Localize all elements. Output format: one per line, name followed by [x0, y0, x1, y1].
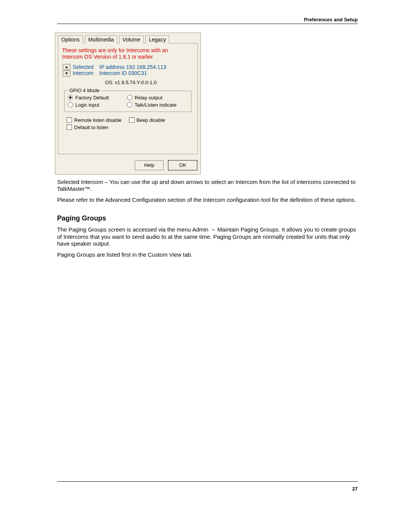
selected-intercom-row: ▲ ▼ Selected Intercom IP address 192.168…	[62, 64, 194, 77]
radio-label: Factory Default	[75, 95, 109, 101]
warning-line-1: These settings are only for Intercoms wi…	[62, 47, 194, 54]
dialog-button-bar: Help OK	[56, 157, 200, 174]
tab-multimedia[interactable]: Multimedia	[85, 35, 118, 43]
paragraph-advanced-config: Please refer to the Advanced Configurati…	[57, 197, 358, 204]
paragraph-paging-groups-1: The Paging Groups screen is accessed via…	[57, 226, 358, 248]
selected-column: Selected Intercom	[73, 64, 99, 77]
heading-paging-groups: Paging Groups	[57, 214, 358, 222]
warning-line-2: Intercom OS Version of 1.8.1 or earlier	[62, 54, 194, 60]
intercom-details: IP address 192.168.254.113 Intercom ID 0…	[99, 64, 166, 77]
radio-icon	[127, 95, 132, 100]
ok-button[interactable]: OK	[168, 160, 197, 170]
radio-label: Logic input	[75, 102, 99, 108]
checkbox-default-to-listen[interactable]: Default to listen	[67, 125, 129, 130]
radio-icon	[68, 102, 73, 107]
page-header: Preferences and Setup	[57, 17, 358, 22]
checkbox-group: Remote listen disable Beep disable Defau…	[67, 117, 194, 131]
checkbox-icon	[129, 117, 134, 123]
page-number: 27	[352, 486, 358, 492]
checkbox-icon	[67, 117, 72, 123]
tab-legacy[interactable]: Legacy	[145, 35, 169, 43]
arrow-down-button[interactable]: ▼	[63, 70, 70, 77]
radio-label: Talk/Listen indicate	[135, 102, 177, 108]
checkbox-icon	[67, 125, 72, 130]
intercom-id-text: Intercom ID 030C31	[99, 70, 166, 76]
help-button[interactable]: Help	[135, 160, 164, 170]
radio-label: Relay output	[135, 95, 162, 101]
legacy-panel: These settings are only for Intercoms wi…	[58, 43, 198, 154]
checkbox-label: Default to listen	[74, 125, 108, 130]
header-rule	[57, 24, 358, 24]
checkbox-remote-listen-disable[interactable]: Remote listen disable	[67, 117, 129, 123]
footer-rule	[57, 481, 358, 482]
checkbox-label: Remote listen disable	[74, 117, 121, 123]
radio-factory-default[interactable]: Factory Default	[68, 95, 127, 101]
gpio-legend: GPIO 4 Mode	[68, 88, 101, 93]
warning-text: These settings are only for Intercoms wi…	[62, 47, 194, 60]
radio-icon	[68, 95, 73, 100]
os-version-text: OS: v1.9.5.74.Y-0.0-1.0	[105, 80, 194, 85]
radio-talk-listen[interactable]: Talk/Listen indicate	[127, 102, 186, 108]
selected-label-1: Selected	[73, 64, 99, 70]
selected-label-2: Intercom	[73, 70, 99, 76]
paragraph-paging-groups-2: Paging Groups are listed first in the Cu…	[57, 251, 358, 259]
radio-icon	[127, 102, 132, 107]
intercom-arrow-stepper: ▲ ▼	[63, 64, 70, 77]
gpio-radio-group: Factory Default Relay output Logic input…	[68, 94, 189, 109]
tab-bar: Options Multimedia Volume Legacy	[56, 33, 200, 43]
tab-volume[interactable]: Volume	[119, 35, 144, 43]
radio-relay-output[interactable]: Relay output	[127, 95, 186, 101]
radio-logic-input[interactable]: Logic input	[68, 102, 127, 108]
tab-options[interactable]: Options	[58, 35, 83, 43]
checkbox-label: Beep disable	[137, 117, 165, 123]
ip-address-text: IP address 192.168.254.113	[99, 64, 166, 70]
paragraph-selected-intercom: Selected Intercom – You can use the up a…	[57, 179, 358, 193]
legacy-dialog: Options Multimedia Volume Legacy These s…	[55, 32, 201, 175]
arrow-up-button[interactable]: ▲	[63, 64, 70, 70]
checkbox-beep-disable[interactable]: Beep disable	[129, 117, 191, 123]
gpio-mode-fieldset: GPIO 4 Mode Factory Default Relay output…	[64, 91, 191, 112]
body-text: Selected Intercom – You can use the up a…	[57, 179, 358, 259]
